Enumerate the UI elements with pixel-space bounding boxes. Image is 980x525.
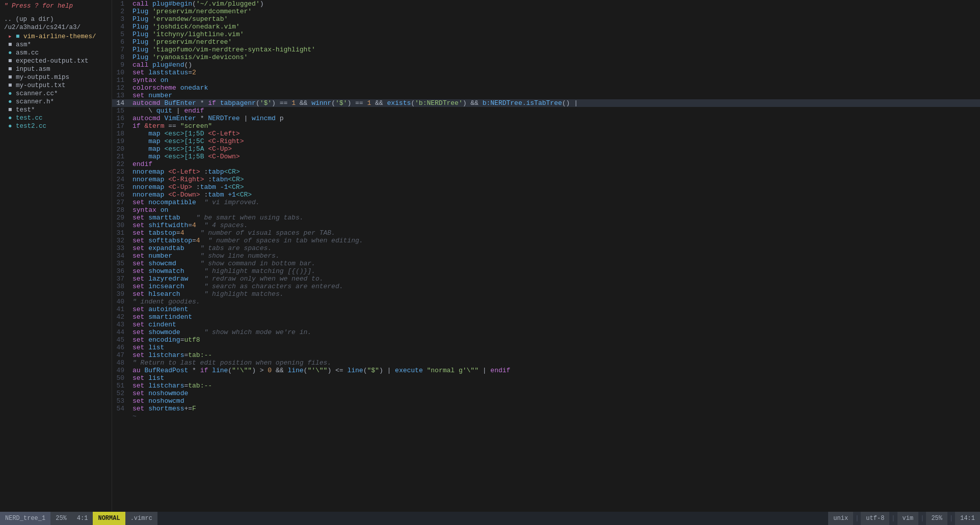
encoding-label: utf-8 (866, 515, 884, 522)
code-line-39: 39 set hlsearch " highlight matches. (112, 290, 980, 298)
code-line-8: 8 Plug 'ryanoasis/vim-devicons' (112, 53, 980, 61)
sidebar-file-asm-cc[interactable]: ● asm.cc (0, 49, 112, 57)
code-line-27: 27 set nocompatible " vi improved. (112, 199, 980, 206)
editor-label: vim (903, 515, 914, 522)
code-line-2: 2 Plug 'preservim/nerdcommenter' (112, 8, 980, 15)
status-sep4: | (947, 512, 955, 525)
code-line-32: 32 set softtabstop=4 " number of spaces … (112, 237, 980, 244)
status-encoding: utf-8 (861, 512, 889, 525)
status-filename: .vimrc (125, 512, 157, 525)
status-percent: 25% (50, 512, 72, 525)
code-line-48: 48 " Return to last edit position when o… (112, 359, 980, 367)
status-format: unix (828, 512, 853, 525)
code-line-50: 50 set list (112, 374, 980, 382)
code-line-19: 19 map <esc>[1;5C <C-Right> (112, 137, 980, 145)
code-line-34: 34 set number " show line numbers. (112, 252, 980, 260)
format-label: unix (833, 515, 848, 522)
code-line-52: 52 set noshowmode (112, 390, 980, 397)
sidebar-file-test[interactable]: ■ test* (0, 106, 112, 114)
code-line-10: 10 set laststatus=2 (112, 69, 980, 76)
sidebar-file-input-asm[interactable]: ■ input.asm (0, 65, 112, 73)
status-right-pos: 14:1 (955, 512, 980, 525)
code-line-33: 33 set expandtab " tabs are spaces. (112, 244, 980, 252)
code-line-49: 49 au BufReadPost * if line("'\"") > 0 &… (112, 367, 980, 374)
sidebar-folder-vim-airline[interactable]: ▸ ■ vim-airline-themes/ (0, 32, 112, 41)
code-line-31: 31 set tabstop=4 " number of visual spac… (112, 229, 980, 237)
nerdtree-label: NERD_tree_1 (5, 515, 45, 522)
sidebar-file-expected[interactable]: ■ expected-output.txt (0, 57, 112, 65)
sidebar-file-test-cc[interactable]: ● test.cc (0, 114, 112, 122)
code-line-37: 37 set lazyredraw " redraw only when we … (112, 275, 980, 283)
percent-label: 25% (56, 515, 67, 522)
code-line-28: 28 syntax on (112, 206, 980, 214)
code-line-40: 40 " indent goodies. (112, 298, 980, 306)
status-mode: NORMAL (93, 512, 125, 525)
code-line-41: 41 set autoindent (112, 306, 980, 313)
code-line-tilde1: ~ (112, 412, 980, 420)
code-line-29: 29 set smarttab " be smart when using ta… (112, 214, 980, 222)
position-label: 4:1 (77, 515, 88, 522)
status-nerdtree: NERD_tree_1 (0, 512, 50, 525)
main-area: " Press ? for help .. (up a dir) /u2/a3h… (0, 0, 980, 512)
status-sep2: | (889, 512, 897, 525)
sidebar-help: " Press ? for help (0, 2, 112, 10)
code-line-5: 5 Plug 'itchyny/lightline.vim' (112, 31, 980, 38)
sidebar-file-scanner-h[interactable]: ● scanner.h* (0, 98, 112, 106)
editor-area[interactable]: 1 call plug#begin('~/.vim/plugged') 2 Pl… (112, 0, 980, 512)
status-position: 4:1 (72, 512, 93, 525)
code-line-3: 3 Plug 'ervandew/supertab' (112, 15, 980, 23)
code-line-12: 12 colorscheme onedark (112, 84, 980, 92)
code-line-13: 13 set number (112, 92, 980, 99)
nerdtree-sidebar[interactable]: " Press ? for help .. (up a dir) /u2/a3h… (0, 0, 112, 512)
code-line-15: 15 \ quit | endif (112, 107, 980, 115)
code-line-23: 23 nnoremap <C-Left> :tabp<CR> (112, 168, 980, 176)
code-line-24: 24 nnoremap <C-Right> :tabn<CR> (112, 176, 980, 183)
code-line-6: 6 Plug 'preservim/nerdtree' (112, 38, 980, 46)
code-line-36: 36 set showmatch " highlight matching [{… (112, 267, 980, 275)
sidebar-up-dir[interactable]: .. (up a dir) (0, 15, 112, 23)
mode-label: NORMAL (98, 515, 120, 522)
code-line-46: 46 set list (112, 344, 980, 351)
code-line-7: 7 Plug 'tiagofumo/vim-nerdtree-syntax-hi… (112, 46, 980, 53)
code-line-26: 26 nnoremap <C-Down> :tabm +1<CR> (112, 191, 980, 199)
code-line-54: 54 set shortmess+=F (112, 405, 980, 412)
code-line-38: 38 set incsearch " search as characters … (112, 283, 980, 290)
statusbar: NERD_tree_1 25% 4:1 NORMAL .vimrc unix |… (0, 512, 980, 525)
status-right-percent: 25% (926, 512, 947, 525)
sidebar-file-my-output-mips[interactable]: ■ my-output.mips (0, 73, 112, 81)
code-line-43: 43 set cindent (112, 321, 980, 328)
code-line-53: 53 set noshowcmd (112, 397, 980, 405)
sidebar-file-asm[interactable]: ■ asm* (0, 41, 112, 49)
code-line-22: 22 endif (112, 160, 980, 168)
sidebar-file-my-output-txt[interactable]: ■ my-output.txt (0, 81, 112, 90)
status-sep1: | (853, 512, 861, 525)
sidebar-current-dir[interactable]: /u2/a3hadi/cs241/a3/ (0, 23, 112, 32)
code-line-51: 51 set listchars=tab:-- (112, 382, 980, 390)
code-line-17: 17 if &term == "screen" (112, 122, 980, 130)
code-line-16: 16 autocmd VimEnter * NERDTree | wincmd … (112, 115, 980, 122)
code-line-42: 42 set smartindent (112, 313, 980, 321)
code-view: 1 call plug#begin('~/.vim/plugged') 2 Pl… (112, 0, 980, 420)
code-line-11: 11 syntax on (112, 76, 980, 84)
status-sep3: | (918, 512, 926, 525)
filename-label: .vimrc (130, 515, 152, 522)
status-right: unix | utf-8 | vim | 25% | 14:1 (828, 512, 980, 525)
status-editor: vim (897, 512, 919, 525)
code-line-4: 4 Plug 'joshdick/onedark.vim' (112, 23, 980, 31)
code-line-45: 45 set encoding=utf8 (112, 336, 980, 344)
code-line-35: 35 set showcmd " show command in bottom … (112, 260, 980, 267)
code-line-47: 47 set listchars=tab:-- (112, 351, 980, 359)
right-percent-label: 25% (931, 515, 942, 522)
code-line-25: 25 nnoremap <C-Up> :tabm -1<CR> (112, 183, 980, 191)
code-line-30: 30 set shiftwidth=4 " 4 spaces. (112, 222, 980, 229)
sidebar-file-test2-cc[interactable]: ● test2.cc (0, 122, 112, 130)
code-line-1: 1 call plug#begin('~/.vim/plugged') (112, 0, 980, 8)
code-line-20: 20 map <esc>[1;5A <C-Up> (112, 145, 980, 153)
code-line-14: 14 autocmd BufEnter * if tabpagenr('$') … (112, 99, 980, 107)
status-left: NERD_tree_1 25% 4:1 NORMAL .vimrc (0, 512, 157, 525)
code-line-21: 21 map <esc>[1;5B <C-Down> (112, 153, 980, 160)
sidebar-file-scanner-cc[interactable]: ● scanner.cc* (0, 90, 112, 98)
code-line-44: 44 set showmode " show which mode we're … (112, 328, 980, 336)
right-pos-label: 14:1 (960, 515, 975, 522)
code-line-18: 18 map <esc>[1;5D <C-Left> (112, 130, 980, 137)
